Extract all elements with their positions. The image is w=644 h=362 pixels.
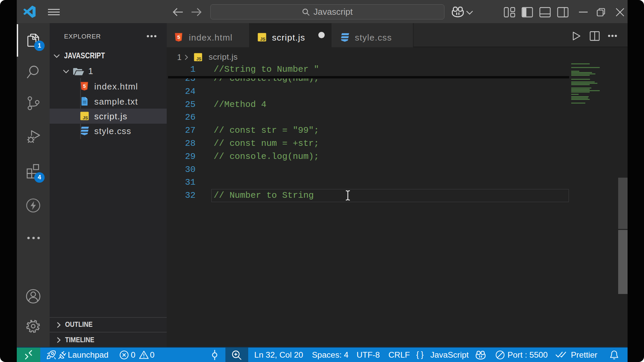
svg-text:JS: JS	[83, 116, 88, 120]
svg-text:JS: JS	[196, 57, 201, 61]
svg-text:5: 5	[177, 34, 180, 40]
svg-text:JS: JS	[260, 37, 265, 42]
svg-text:5: 5	[83, 83, 86, 89]
